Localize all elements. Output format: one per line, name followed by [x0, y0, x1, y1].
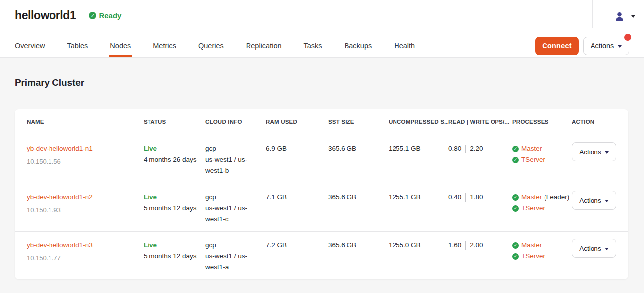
col-cloud-info: CLOUD INFO	[205, 119, 266, 125]
node-cloud-cell: gcp us-west1 / us-west1-c	[205, 192, 266, 225]
node-name-cell: yb-dev-helloworld1-n2 10.150.1.93	[27, 192, 144, 216]
process-suffix: (Leader)	[544, 192, 569, 203]
cloud-provider: gcp	[205, 192, 260, 203]
write-ops-value: 2.20	[470, 143, 483, 154]
tab-tables[interactable]: Tables	[67, 34, 88, 57]
table-row: yb-dev-helloworld1-n1 10.150.1.56 Live 4…	[15, 135, 628, 183]
node-actions-button[interactable]: Actions	[572, 142, 616, 161]
tab-replication[interactable]: Replication	[246, 34, 282, 57]
cloud-provider: gcp	[205, 143, 260, 154]
check-circle-icon	[512, 253, 519, 260]
header-divider	[592, 0, 593, 28]
cluster-actions-label: Actions	[591, 42, 614, 50]
node-actions-label: Actions	[579, 245, 601, 252]
node-ip: 10.150.1.93	[27, 205, 138, 216]
node-processes-cell: Master TServer	[512, 143, 572, 165]
user-icon[interactable]	[614, 11, 625, 22]
process-line: Master	[512, 143, 566, 154]
table-row: yb-dev-helloworld1-n2 10.150.1.93 Live 5…	[15, 183, 628, 231]
col-name: NAME	[27, 119, 144, 125]
col-uncompressed-size: UNCOMPRESSED S...	[389, 119, 448, 125]
node-uptime: 4 months 26 days	[144, 154, 199, 165]
col-sst-size: SST SIZE	[328, 119, 389, 125]
node-name-link[interactable]: yb-dev-helloworld1-n3	[27, 240, 93, 251]
node-processes-cell: Master TServer	[512, 240, 572, 262]
write-ops-value: 1.80	[470, 192, 483, 203]
app-header: helloworld1 Ready Overview Tables Nodes …	[0, 0, 644, 58]
chevron-down-icon	[605, 200, 609, 202]
tab-queries[interactable]: Queries	[198, 34, 224, 57]
nav-tabs-bar: Overview Tables Nodes Metrics Queries Re…	[0, 34, 644, 57]
node-sst-cell: 365.6 GB	[328, 143, 389, 154]
check-circle-icon	[512, 205, 519, 212]
header-top: helloworld1 Ready	[0, 0, 644, 31]
tserver-process-link[interactable]: TServer	[521, 203, 545, 214]
tab-tasks[interactable]: Tasks	[304, 34, 322, 57]
connect-button[interactable]: Connect	[535, 37, 579, 55]
check-circle-icon	[512, 242, 519, 249]
write-ops-value: 2.00	[470, 240, 483, 251]
node-actions-button[interactable]: Actions	[572, 239, 616, 258]
pipe-divider	[465, 241, 466, 250]
status-badge: Live	[144, 240, 199, 251]
tab-metrics[interactable]: Metrics	[153, 34, 176, 57]
read-ops-value: 1.60	[448, 240, 461, 251]
process-line: TServer	[512, 154, 566, 165]
node-name-link[interactable]: yb-dev-helloworld1-n1	[27, 143, 93, 154]
node-actions-label: Actions	[579, 148, 601, 156]
node-actions-button[interactable]: Actions	[572, 191, 616, 210]
node-ip: 10.150.1.77	[27, 253, 138, 264]
col-ram-used: RAM USED	[266, 119, 328, 125]
cluster-status-label: Ready	[99, 11, 121, 20]
cloud-region: us-west1 / us-west1-c	[205, 203, 258, 225]
process-line: TServer	[512, 203, 566, 214]
node-action-cell: Actions	[572, 143, 622, 161]
node-actions-label: Actions	[579, 197, 601, 204]
tserver-process-link[interactable]: TServer	[521, 154, 545, 165]
tab-nodes[interactable]: Nodes	[110, 34, 131, 57]
nodes-table-card: NAME STATUS CLOUD INFO RAM USED SST SIZE…	[15, 109, 628, 279]
node-processes-cell: Master (Leader) TServer	[512, 192, 572, 214]
node-uncompressed-cell: 1255.1 GB	[389, 192, 448, 203]
chevron-down-icon	[605, 151, 609, 154]
process-line: Master	[512, 240, 566, 251]
node-sst-cell: 365.6 GB	[328, 192, 389, 203]
pipe-divider	[465, 145, 466, 153]
node-readwrite-cell: 0.80 2.20	[448, 143, 512, 154]
node-ram-cell: 6.9 GB	[266, 143, 328, 154]
cluster-status-badge: Ready	[89, 11, 121, 20]
user-menu[interactable]	[603, 5, 635, 28]
cloud-region: us-west1 / us-west1-b	[205, 154, 258, 176]
status-badge: Live	[144, 192, 199, 203]
master-process-link[interactable]: Master	[521, 143, 542, 154]
tab-overview[interactable]: Overview	[15, 34, 45, 57]
node-uncompressed-cell: 1255.1 GB	[389, 143, 448, 154]
tserver-process-link[interactable]: TServer	[521, 251, 545, 262]
node-readwrite-cell: 1.60 2.00	[448, 240, 512, 251]
node-action-cell: Actions	[572, 240, 622, 258]
process-line: TServer	[512, 251, 566, 262]
pipe-divider	[465, 193, 466, 202]
check-circle-icon	[512, 157, 519, 163]
page-title: Primary Cluster	[15, 77, 629, 88]
status-badge: Live	[144, 143, 199, 154]
nav-tabs: Overview Tables Nodes Metrics Queries Re…	[15, 34, 415, 57]
node-ram-cell: 7.2 GB	[266, 240, 328, 251]
chevron-down-icon	[605, 248, 609, 250]
cluster-title: helloworld1	[15, 9, 76, 22]
table-row: yb-dev-helloworld1-n3 10.150.1.77 Live 5…	[15, 231, 628, 279]
node-uptime: 5 months 12 days	[144, 203, 199, 214]
master-process-link[interactable]: Master	[521, 240, 542, 251]
table-header-row: NAME STATUS CLOUD INFO RAM USED SST SIZE…	[15, 109, 628, 135]
node-name-link[interactable]: yb-dev-helloworld1-n2	[27, 192, 93, 203]
tab-backups[interactable]: Backups	[345, 34, 372, 57]
tab-health[interactable]: Health	[394, 34, 415, 57]
col-processes: PROCESSES	[512, 119, 572, 125]
chevron-down-icon[interactable]	[631, 15, 635, 18]
master-process-link[interactable]: Master	[521, 192, 542, 203]
node-name-cell: yb-dev-helloworld1-n1 10.150.1.56	[27, 143, 144, 167]
node-status-cell: Live 4 months 26 days	[144, 143, 205, 165]
node-action-cell: Actions	[572, 192, 622, 210]
cluster-actions-button[interactable]: Actions	[583, 37, 629, 55]
cloud-region: us-west1 / us-west1-a	[205, 251, 258, 273]
